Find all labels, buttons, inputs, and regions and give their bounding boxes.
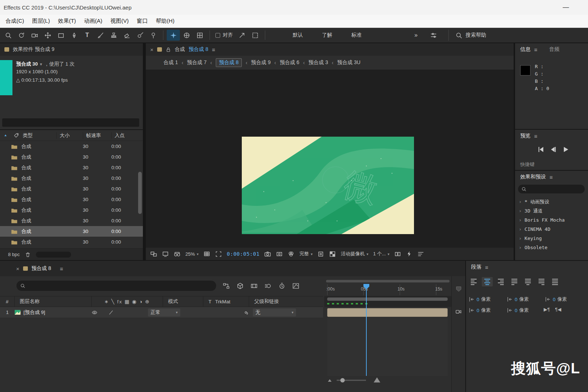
close-icon[interactable]: × bbox=[150, 47, 154, 53]
stereo-glasses-icon[interactable] bbox=[174, 251, 181, 258]
project-hscrollbar[interactable] bbox=[36, 252, 71, 258]
trash-icon[interactable] bbox=[25, 252, 31, 258]
paragraph-field[interactable]: 0 像素 bbox=[544, 294, 582, 305]
justify-last-right-button[interactable] bbox=[536, 277, 547, 286]
draft-3d-icon[interactable] bbox=[237, 282, 244, 289]
puppet-pin-tool-button[interactable] bbox=[147, 30, 160, 41]
play-icon[interactable] bbox=[562, 146, 569, 153]
transparency-grid-icon[interactable] bbox=[329, 251, 336, 258]
first-frame-icon[interactable] bbox=[537, 146, 544, 153]
project-row[interactable]: 合成 30 0:00 bbox=[0, 141, 143, 152]
type-tool-button[interactable]: T bbox=[81, 30, 94, 41]
region-of-interest-icon[interactable] bbox=[215, 251, 222, 258]
effects-preset-item[interactable]: Boris FX Mocha bbox=[515, 215, 588, 225]
comp-breadcrumb[interactable]: 预合成 3U bbox=[337, 59, 368, 66]
justify-last-left-button[interactable] bbox=[509, 277, 520, 286]
comp-marker-bin-icon[interactable] bbox=[455, 286, 462, 292]
effects-presets-tab[interactable]: 效果和预设 bbox=[520, 174, 546, 180]
column-number[interactable]: # bbox=[0, 296, 15, 307]
project-row[interactable]: 合成 30 0:00 bbox=[0, 173, 143, 184]
snap-bounds-button[interactable] bbox=[248, 30, 262, 41]
graph-editor-icon[interactable] bbox=[292, 282, 299, 289]
close-icon[interactable]: × bbox=[16, 266, 19, 272]
comp-breadcrumb[interactable]: 预合成 6 bbox=[280, 59, 308, 66]
label-column-header[interactable] bbox=[11, 133, 21, 138]
paragraph-field[interactable]: 0 像素 bbox=[467, 305, 506, 316]
comp-name[interactable]: 预合成 30 bbox=[16, 61, 38, 67]
view-layout-select[interactable]: 1 个... bbox=[373, 251, 389, 257]
eraser-tool-button[interactable] bbox=[120, 30, 133, 41]
dual-monitors-icon[interactable] bbox=[150, 251, 157, 258]
time-ruler[interactable] bbox=[327, 284, 448, 295]
work-area-bar[interactable] bbox=[327, 297, 448, 301]
project-row[interactable]: 合成 30 0:00 bbox=[0, 152, 143, 162]
paragraph-field[interactable]: 0 像素 bbox=[467, 294, 506, 305]
eye-icon[interactable] bbox=[92, 310, 97, 315]
field-value[interactable]: 0 bbox=[553, 297, 555, 302]
menu-item[interactable]: 帮助(H) bbox=[152, 18, 178, 25]
brush-tool-button[interactable] bbox=[94, 30, 107, 41]
effect-controls-tab[interactable]: 效果控件 预合成 9 bbox=[0, 43, 143, 56]
channels-icon[interactable] bbox=[288, 251, 295, 258]
previous-frame-icon[interactable] bbox=[550, 146, 557, 153]
menu-item[interactable]: 图层(L) bbox=[28, 18, 54, 25]
snap-toggle[interactable]: 对齐 bbox=[215, 32, 233, 38]
effects-preset-item[interactable]: 3D 通道 bbox=[515, 206, 588, 215]
time-navigator-bar[interactable] bbox=[326, 280, 450, 282]
snapshot-camera-icon[interactable] bbox=[264, 251, 271, 258]
camera-select[interactable]: 活动摄像机 bbox=[341, 251, 368, 257]
snap-features-button[interactable] bbox=[235, 30, 248, 41]
field-value[interactable]: 0 bbox=[477, 308, 479, 313]
project-row[interactable]: 合成 30 0:00 bbox=[0, 215, 143, 226]
project-row[interactable]: 合成 30 0:00 bbox=[0, 194, 143, 205]
justify-last-center-button[interactable] bbox=[522, 277, 533, 286]
sort-button[interactable] bbox=[0, 133, 11, 138]
align-center-button[interactable] bbox=[482, 277, 493, 286]
effects-preset-item[interactable]: CINEMA 4D bbox=[515, 225, 588, 234]
rectangle-tool-button[interactable] bbox=[54, 30, 67, 41]
bpc-button[interactable]: 8 bpc bbox=[8, 252, 20, 257]
zoom-in-mountain-icon[interactable] bbox=[373, 376, 381, 384]
lock-icon[interactable] bbox=[166, 47, 171, 52]
project-row[interactable]: 合成 30 0:00 bbox=[0, 237, 143, 247]
workspace-tab[interactable]: 标准 bbox=[342, 32, 371, 38]
world-axis-mode-button[interactable] bbox=[180, 30, 193, 41]
auto-keyframe-icon[interactable] bbox=[278, 282, 285, 289]
menu-item[interactable]: 动画(A) bbox=[80, 18, 106, 25]
zoom-tool-button[interactable] bbox=[1, 30, 15, 41]
paragraph-field[interactable]: 0 像素 bbox=[506, 294, 544, 305]
timeline-button-icon[interactable] bbox=[417, 251, 424, 258]
panel-menu-icon[interactable]: ≡ bbox=[534, 133, 537, 139]
audio-tab[interactable]: 音频 bbox=[549, 46, 559, 53]
preview-tab[interactable]: 预览 bbox=[520, 133, 530, 139]
info-tab[interactable]: 信息 bbox=[520, 46, 530, 53]
effects-search-input[interactable] bbox=[518, 185, 585, 193]
menu-item[interactable]: 效果(T) bbox=[54, 18, 80, 25]
playhead-line[interactable] bbox=[366, 284, 367, 376]
column-size-header[interactable]: 大小 bbox=[56, 132, 83, 139]
frame-blending-icon[interactable] bbox=[251, 282, 258, 289]
timeline-zoom-slider[interactable] bbox=[327, 377, 371, 384]
roto-brush-tool-button[interactable] bbox=[133, 30, 147, 41]
menu-item[interactable]: 视图(V) bbox=[106, 18, 133, 25]
parent-select[interactable]: 无 bbox=[253, 308, 296, 317]
effects-preset-item[interactable]: Keying bbox=[515, 234, 588, 243]
menu-item[interactable]: 窗口 bbox=[133, 18, 152, 25]
project-row[interactable]: 合成 30 0:00 bbox=[0, 162, 143, 173]
column-inpoint-header[interactable]: 入点 bbox=[111, 132, 132, 139]
field-value[interactable]: 0 bbox=[515, 297, 517, 302]
column-framerate-header[interactable]: 帧速率 bbox=[83, 132, 111, 139]
help-search[interactable]: 搜索帮助 bbox=[448, 30, 486, 41]
minimize-button[interactable]: — bbox=[563, 0, 569, 15]
project-scrollbar-thumb[interactable] bbox=[138, 172, 142, 214]
pickwhip-icon[interactable] bbox=[243, 310, 249, 315]
grid-guides-icon[interactable] bbox=[203, 251, 210, 258]
quality-slash-icon[interactable] bbox=[108, 310, 114, 315]
viewer-timecode[interactable]: 0:00:05:01 bbox=[227, 251, 259, 257]
effects-preset-item[interactable]: * 动画预设 bbox=[515, 197, 588, 206]
show-snapshot-icon[interactable] bbox=[276, 251, 283, 258]
workspace-tab[interactable]: 了解 bbox=[313, 32, 342, 38]
menu-item[interactable]: 合成(C) bbox=[1, 18, 28, 25]
motion-blur-icon[interactable] bbox=[265, 282, 271, 289]
zoom-select[interactable]: 25% bbox=[185, 251, 199, 257]
